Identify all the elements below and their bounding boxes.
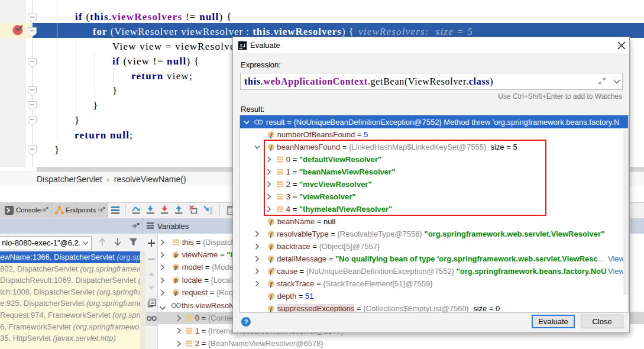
svg-text:p: p [174,290,178,296]
svg-text:?: ? [244,318,248,325]
svg-text:p: p [174,277,178,283]
svg-text:p: p [174,252,178,258]
svg-text:p: p [174,264,178,270]
